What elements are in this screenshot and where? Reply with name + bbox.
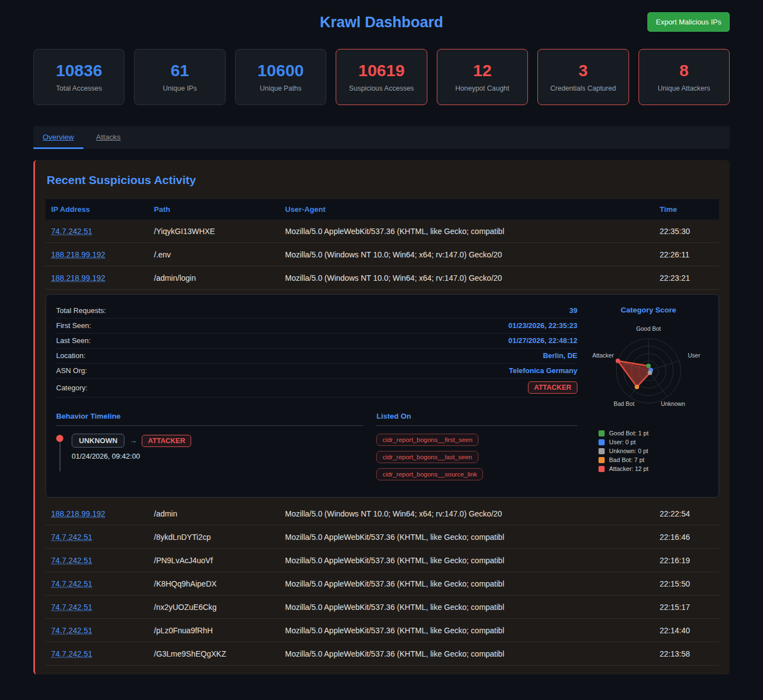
stat-value: 10619 bbox=[338, 61, 424, 80]
stat-card-unique-ips: 61 Unique IPs bbox=[134, 49, 225, 105]
legend-swatch-icon bbox=[599, 430, 605, 436]
radar-axis-label: Bad Bot bbox=[614, 400, 634, 407]
radar-axis-line bbox=[649, 371, 667, 397]
stat-card-honeypot-caught: 12 Honeypot Caught bbox=[437, 49, 528, 105]
radar-axis-label: Unknown bbox=[661, 400, 685, 407]
stat-card-unique-attackers: 8 Unique Attackers bbox=[639, 49, 730, 105]
stat-value: 12 bbox=[440, 61, 525, 80]
path-cell: /admin bbox=[148, 509, 280, 518]
legend-swatch-icon bbox=[599, 466, 605, 472]
radar-axis-label: Good Bot bbox=[636, 325, 661, 332]
table-row[interactable]: 74.7.242.51 /pLz0Fnua9fRhH Mozilla/5.0 A… bbox=[46, 619, 719, 642]
legend-label: Good Bot: 1 pt bbox=[609, 430, 649, 436]
ip-link[interactable]: 74.7.242.51 bbox=[51, 603, 92, 612]
ua-cell: Mozilla/5.0 AppleWebKit/537.36 (KHTML, l… bbox=[280, 649, 654, 658]
legend-swatch-icon bbox=[599, 439, 605, 445]
category-score-radar-chart: Good BotUserUnknownBad BotAttacker bbox=[589, 316, 709, 428]
path-cell: /.env bbox=[148, 250, 280, 259]
field-label: Last Seen: bbox=[56, 336, 91, 345]
dashboard-page: Krawl Dashboard Export Malicious IPs 108… bbox=[33, 0, 730, 674]
stat-label: Unique Attackers bbox=[641, 85, 727, 92]
time-cell: 22:15:17 bbox=[654, 603, 719, 612]
path-cell: /PN9LvAcJ4uoVf bbox=[148, 556, 280, 565]
table-row[interactable]: 188.218.99.192 /.env Mozilla/5.0 (Window… bbox=[46, 243, 719, 266]
ua-cell: Mozilla/5.0 AppleWebKit/537.36 (KHTML, l… bbox=[280, 227, 654, 236]
ip-link[interactable]: 188.218.99.192 bbox=[51, 250, 105, 259]
table-row[interactable]: 74.7.242.51 /G3Lme9ShEQgXKZ Mozilla/5.0 … bbox=[46, 642, 719, 666]
time-cell: 22:23:21 bbox=[654, 274, 719, 282]
tab-overview[interactable]: Overview bbox=[33, 126, 83, 149]
tab-attacks[interactable]: Attacks bbox=[83, 126, 133, 149]
path-cell: /pLz0Fnua9fRhH bbox=[148, 626, 280, 635]
stat-value: 3 bbox=[540, 61, 626, 80]
category-score-section: Category Score Good BotUserUnknownBad Bo… bbox=[589, 304, 709, 488]
listed-on-badges: cidr_report_bogons__first_seen cidr_repo… bbox=[376, 434, 577, 480]
table-row[interactable]: 188.218.99.192 /admin/login Mozilla/5.0 … bbox=[46, 266, 719, 290]
ip-link[interactable]: 74.7.242.51 bbox=[51, 626, 92, 635]
path-cell: /G3Lme9ShEQgXKZ bbox=[148, 649, 280, 658]
ua-cell: Mozilla/5.0 AppleWebKit/537.36 (KHTML, l… bbox=[280, 556, 654, 565]
timeline-transition: UNKNOWN → ATTACKER bbox=[72, 434, 363, 448]
table-tail-spacer bbox=[46, 666, 719, 674]
legend-item: Unknown: 0 pt bbox=[599, 448, 709, 454]
field-total-requests: Total Requests: 39 bbox=[56, 304, 577, 319]
legend-item: Attacker: 12 pt bbox=[599, 465, 709, 472]
ua-cell: Mozilla/5.0 AppleWebKit/537.36 (KHTML, l… bbox=[280, 626, 654, 635]
table-header: IP Address Path User-Agent Time bbox=[46, 199, 719, 220]
stat-label: Credentials Captured bbox=[540, 85, 626, 92]
ua-cell: Mozilla/5.0 AppleWebKit/537.36 (KHTML, l… bbox=[280, 603, 654, 612]
listed-on-badge[interactable]: cidr_report_bogons__source_link bbox=[376, 468, 483, 480]
export-malicious-ips-button[interactable]: Export Malicious IPs bbox=[647, 12, 730, 32]
legend-item: Bad Bot: 7 pt bbox=[599, 456, 709, 463]
radar-point bbox=[646, 364, 651, 368]
field-last-seen: Last Seen: 01/27/2026, 22:48:12 bbox=[56, 334, 577, 349]
field-value: Berlin, DE bbox=[543, 351, 577, 360]
ip-link[interactable]: 74.7.242.51 bbox=[51, 227, 92, 236]
field-label: Category: bbox=[56, 384, 87, 392]
table-row[interactable]: 188.218.99.192 /admin Mozilla/5.0 (Windo… bbox=[46, 502, 719, 525]
legend-label: Attacker: 12 pt bbox=[609, 465, 649, 472]
field-first-seen: First Seen: 01/23/2026, 22:35:23 bbox=[56, 319, 577, 334]
ip-link[interactable]: 74.7.242.51 bbox=[51, 533, 92, 542]
timeline-entry: UNKNOWN → ATTACKER 01/24/2026, 09:42:00 bbox=[56, 434, 363, 460]
stat-card-unique-paths: 10600 Unique Paths bbox=[235, 49, 326, 105]
time-cell: 22:26:11 bbox=[654, 250, 719, 259]
timeline-line bbox=[59, 443, 61, 471]
listed-on-badge[interactable]: cidr_report_bogons__first_seen bbox=[376, 434, 478, 446]
stat-card-total-accesses: 10836 Total Accesses bbox=[33, 49, 124, 105]
radar-point bbox=[648, 371, 652, 375]
field-category: Category: ATTACKER bbox=[56, 379, 577, 398]
legend-label: User: 0 pt bbox=[609, 439, 636, 445]
ip-link[interactable]: 74.7.242.51 bbox=[51, 579, 92, 588]
stats-row: 10836 Total Accesses 61 Unique IPs 10600… bbox=[33, 49, 730, 105]
stat-value: 10836 bbox=[36, 61, 122, 80]
legend-label: Bad Bot: 7 pt bbox=[609, 456, 645, 463]
ip-link[interactable]: 74.7.242.51 bbox=[51, 649, 92, 658]
time-cell: 22:22:54 bbox=[654, 509, 719, 518]
panel-title: Recent Suspicious Activity bbox=[47, 173, 719, 187]
detail-lower-section: Behavior Timeline UNKNOWN → ATTACKER 01/… bbox=[56, 412, 577, 480]
ip-link[interactable]: 74.7.242.51 bbox=[51, 556, 92, 565]
table-row[interactable]: 74.7.242.51 /8ykdLnDYTi2cp Mozilla/5.0 A… bbox=[46, 525, 719, 549]
legend-item: Good Bot: 1 pt bbox=[599, 430, 709, 436]
tab-bar: Overview Attacks bbox=[33, 126, 730, 149]
path-cell: /nx2yUOZuE6Ckg bbox=[148, 603, 280, 612]
listed-on-section: Listed On cidr_report_bogons__first_seen… bbox=[376, 412, 577, 480]
stat-label: Total Accesses bbox=[36, 85, 122, 92]
ip-link[interactable]: 188.218.99.192 bbox=[51, 274, 105, 282]
time-cell: 22:16:46 bbox=[654, 533, 719, 542]
listed-on-badge[interactable]: cidr_report_bogons__last_seen bbox=[376, 451, 478, 463]
table-row[interactable]: 74.7.242.51 /YiqykGI13WHXE Mozilla/5.0 A… bbox=[46, 220, 719, 243]
col-path: Path bbox=[148, 205, 280, 214]
path-cell: /K8HQq9hAipeDX bbox=[148, 579, 280, 588]
table-row[interactable]: 74.7.242.51 /K8HQq9hAipeDX Mozilla/5.0 A… bbox=[46, 572, 719, 595]
ua-cell: Mozilla/5.0 (Windows NT 10.0; Win64; x64… bbox=[280, 509, 654, 518]
category-score-title: Category Score bbox=[589, 306, 709, 314]
field-value: 01/27/2026, 22:48:12 bbox=[508, 336, 577, 345]
table-row[interactable]: 74.7.242.51 /nx2yUOZuE6Ckg Mozilla/5.0 A… bbox=[46, 595, 719, 619]
radar-axis-label: User bbox=[688, 352, 701, 359]
table-row[interactable]: 74.7.242.51 /PN9LvAcJ4uoVf Mozilla/5.0 A… bbox=[46, 549, 719, 572]
listed-on-title: Listed On bbox=[376, 412, 577, 426]
radar-polygon bbox=[618, 361, 651, 387]
ip-link[interactable]: 188.218.99.192 bbox=[51, 509, 105, 518]
